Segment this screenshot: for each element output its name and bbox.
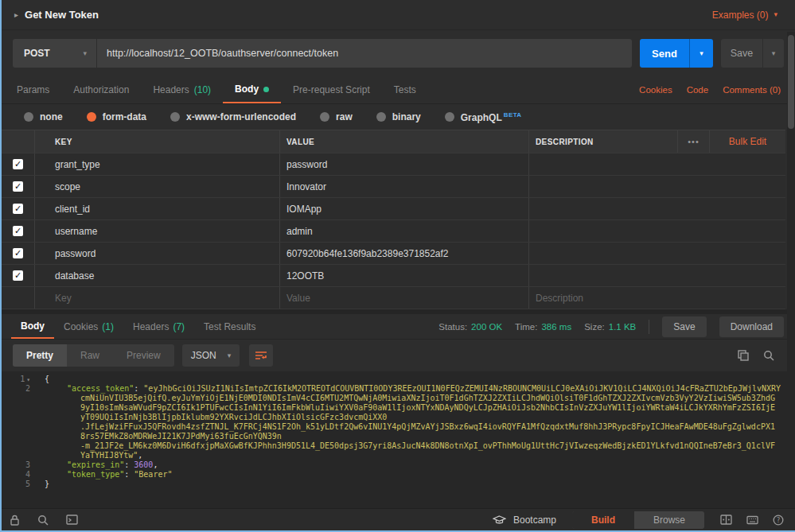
bulk-edit-link[interactable]: Bulk Edit [710,130,785,153]
body-mode-x-www-form-urlencoded[interactable]: x-www-form-urlencoded [170,111,296,122]
table-rows: ✓grant_typepassword✓scopeInnovator✓clien… [2,153,785,287]
copy-button[interactable] [738,350,749,361]
value-placeholder[interactable]: Value [286,293,310,304]
key-cell[interactable]: username [35,220,280,242]
description-placeholder[interactable]: Description [536,293,583,304]
key-cell[interactable]: database [35,265,280,286]
value-cell[interactable]: Innovator [280,176,529,197]
send-dropdown[interactable]: ▾ [689,39,713,68]
meta-label: Status: [438,322,467,332]
tab-tests[interactable]: Tests [382,76,428,103]
row-checkbox[interactable]: ✓ [13,181,23,192]
line-number [2,451,37,460]
column-menu-dots[interactable]: ••• [678,130,710,153]
value-cell[interactable]: IOMApp [280,198,529,219]
response-tab-headers[interactable]: Headers(7) [123,314,194,339]
value-cell[interactable]: password [280,153,529,175]
build-tab[interactable]: Build [572,511,634,529]
key-cell[interactable]: scope [35,176,280,197]
two-pane-layout-button[interactable] [720,515,732,525]
console-button[interactable] [66,515,78,525]
save-dropdown[interactable]: ▾ [762,39,784,68]
browse-tab[interactable]: Browse [634,511,704,529]
description-cell[interactable] [529,153,785,175]
response-download-button[interactable]: Download [719,316,784,337]
view-preview[interactable]: Preview [113,344,174,367]
value-text: 607920b64fe136f9ab2389e371852af2 [286,248,449,259]
comments-0--link[interactable]: Comments (0) [723,85,781,95]
code-link[interactable]: Code [687,85,709,95]
description-cell[interactable] [529,198,785,219]
key-text: database [55,270,94,282]
tab-pre-request-script[interactable]: Pre-request Script [281,76,382,103]
send-button[interactable]: Send [640,39,689,68]
description-cell[interactable] [529,176,785,197]
body-mode-form-data[interactable]: form-data [87,111,146,122]
keyboard-shortcuts-button[interactable] [746,515,758,525]
fold-caret-icon[interactable]: ▾ [26,376,30,383]
url-value: http://localhost/12_OOTB/oauthserver/con… [107,48,338,59]
response-tab-body[interactable]: Body [11,314,54,339]
row-checkbox[interactable]: ✓ [13,159,23,169]
scrollbar-thumb[interactable] [788,35,794,129]
disclosure-triangle-icon[interactable]: ▸ [14,10,18,19]
tab-params[interactable]: Params [5,76,61,103]
wrap-text-icon [255,350,267,361]
vertical-scrollbar[interactable] [787,32,795,506]
row-checkbox[interactable]: ✓ [13,226,23,236]
examples-dropdown[interactable]: Examples (0) ▾ [712,10,777,21]
tab-body[interactable]: Body [223,76,281,103]
wrap-text-button[interactable] [249,344,273,367]
header-checkbox-cell [2,130,35,153]
key-cell[interactable]: grant_type [35,153,280,175]
code-text: .JfLejWziFFuxJ5QFRovdh4zsfZTNJL_K7FRCj4N… [37,422,775,432]
key-placeholder[interactable]: Key [55,293,72,304]
chevron-down-icon: ▾ [700,50,703,57]
meta-value: 386 ms [541,322,571,332]
view-pretty[interactable]: Pretty [13,344,67,367]
row-checkbox[interactable]: ✓ [13,204,23,214]
body-mode-binary[interactable]: binary [376,111,421,122]
cookies-link[interactable]: Cookies [639,85,672,95]
view-raw[interactable]: Raw [67,344,113,367]
request-links: CookiesCodeComments (0) [639,76,781,103]
search-button[interactable] [37,515,49,526]
response-body-json[interactable]: 1▾{2"access_token": "eyJhbGciOiJSUzI1NiI… [2,371,795,508]
body-mode-raw[interactable]: raw [320,111,353,122]
url-input[interactable]: http://localhost/12_OOTB/oauthserver/con… [97,39,632,68]
key-cell[interactable]: password [35,243,280,264]
method-select[interactable]: POST ▾ [13,39,97,68]
response-tabs: BodyCookies(1)Headers(7)Test Results [11,314,265,339]
bootcamp-button[interactable]: Bootcamp [493,515,556,526]
body-mode-none[interactable]: none [24,111,63,122]
description-cell[interactable] [529,220,785,242]
body-mode-graphql[interactable]: GraphQLBETA [445,111,522,123]
response-tab-cookies[interactable]: Cookies(1) [54,314,123,339]
help-button[interactable]: ? [773,515,784,526]
tab-headers[interactable]: Headers(10) [141,76,223,103]
status-badge: Time:386 ms [515,322,571,332]
description-cell[interactable] [529,265,785,286]
copy-icon [738,350,749,361]
response-tab-test-results[interactable]: Test Results [194,314,265,339]
row-checkbox[interactable]: ✓ [13,248,23,258]
key-text: scope [55,181,80,192]
lock-button[interactable] [10,515,20,526]
value-cell[interactable]: 607920b64fe136f9ab2389e371852af2 [280,243,529,264]
save-button[interactable]: Save [721,39,762,68]
description-cell[interactable] [529,243,785,264]
response-save-button[interactable]: Save [662,316,706,337]
row-checkbox[interactable]: ✓ [13,270,23,281]
checkbox-cell: ✓ [2,153,35,175]
tab-authorization[interactable]: Authorization [61,76,141,103]
value-cell[interactable]: 12OOTB [280,265,529,286]
beta-badge: BETA [504,111,522,118]
value-cell[interactable]: admin [280,220,529,242]
svg-text:?: ? [777,517,780,524]
key-cell[interactable]: client_id [35,198,280,219]
console-icon [66,515,78,525]
format-select[interactable]: JSON ▾ [182,344,240,367]
meta-label: Size: [584,322,605,332]
search-button[interactable] [763,350,774,361]
response-tab-count: (1) [102,321,114,332]
